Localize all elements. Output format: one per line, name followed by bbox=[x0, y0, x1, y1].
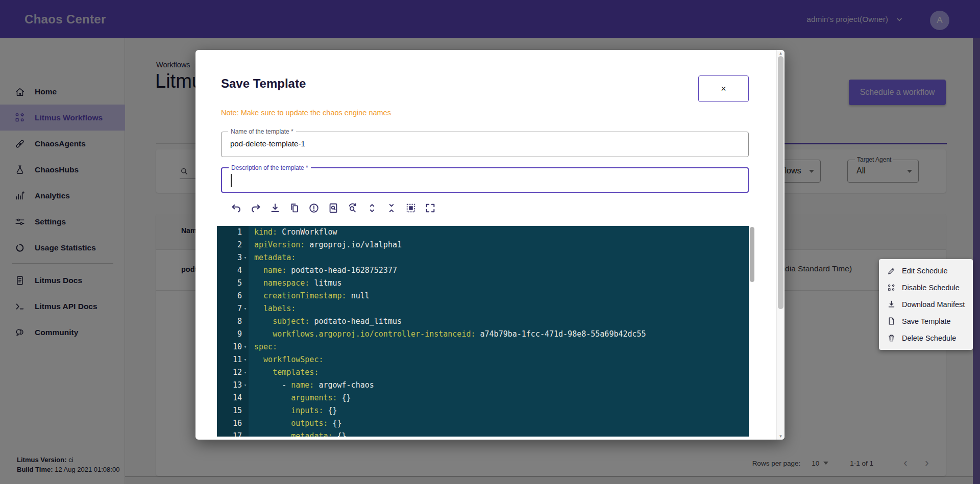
unfold-button[interactable] bbox=[364, 201, 379, 215]
editor-line: 15 inputs: {} bbox=[217, 404, 749, 417]
find-replace-icon bbox=[347, 202, 358, 214]
redo-icon bbox=[250, 202, 261, 214]
editor-line: 1kind: CronWorkflow bbox=[217, 226, 749, 239]
menu-item-delete-schedule[interactable]: Delete Schedule bbox=[879, 330, 973, 346]
editor-line: 14 arguments: {} bbox=[217, 392, 749, 404]
menu-item-edit-schedule[interactable]: Edit Schedule bbox=[879, 263, 973, 279]
yaml-editor[interactable]: 1kind: CronWorkflow2apiVersion: argoproj… bbox=[217, 226, 749, 437]
menu-item-label: Delete Schedule bbox=[902, 334, 956, 342]
find-in-file-icon bbox=[328, 202, 339, 214]
download-yaml-button[interactable] bbox=[267, 201, 282, 215]
menu-item-label: Download Manifest bbox=[902, 300, 965, 309]
close-icon: × bbox=[721, 84, 726, 94]
undo-button[interactable] bbox=[229, 201, 243, 215]
fullscreen-icon bbox=[425, 202, 436, 214]
trash-icon bbox=[887, 334, 896, 342]
menu-item-disable-schedule[interactable]: Disable Schedule bbox=[879, 279, 973, 296]
copy-button[interactable] bbox=[287, 201, 302, 215]
file-icon bbox=[887, 317, 896, 325]
editor-line: 12▾ templates: bbox=[217, 366, 749, 379]
editor-toolbar bbox=[229, 201, 437, 215]
menu-item-label: Disable Schedule bbox=[902, 284, 960, 292]
modal-scrollbar[interactable]: ▲ ▼ bbox=[776, 50, 785, 440]
close-modal-button[interactable]: × bbox=[698, 75, 749, 102]
editor-line: 17 metadata: {} bbox=[217, 430, 749, 437]
text-cursor bbox=[231, 174, 232, 187]
error-info-button[interactable] bbox=[306, 201, 321, 215]
template-description-label: Description of the template * bbox=[229, 164, 311, 171]
menu-item-label: Save Template bbox=[902, 317, 951, 325]
redo-button[interactable] bbox=[248, 201, 263, 215]
editor-line: 6 creationTimestamp: null bbox=[217, 290, 749, 302]
editor-line: 8 subject: podtato-head_litmus bbox=[217, 315, 749, 328]
yaml-editor-lines: 1kind: CronWorkflow2apiVersion: argoproj… bbox=[217, 226, 749, 437]
editor-line: 2apiVersion: argoproj.io/v1alpha1 bbox=[217, 239, 749, 251]
find-in-file-button[interactable] bbox=[326, 201, 340, 215]
schedule-context-menu: Edit Schedule Disable Schedule Download … bbox=[879, 259, 973, 350]
template-name-field[interactable]: Name of the template * pod-delete-templa… bbox=[221, 132, 749, 157]
download-icon bbox=[887, 300, 896, 309]
template-description-field[interactable]: Description of the template * bbox=[221, 167, 749, 193]
menu-item-download-manifest[interactable]: Download Manifest bbox=[879, 296, 973, 313]
fold-icon bbox=[386, 202, 397, 214]
unfold-icon bbox=[366, 202, 378, 214]
editor-line: 3▾metadata: bbox=[217, 251, 749, 264]
copy-icon bbox=[289, 202, 300, 214]
modal-title: Save Template bbox=[221, 77, 306, 91]
fold-button[interactable] bbox=[384, 201, 399, 215]
select-all-button[interactable] bbox=[403, 201, 418, 215]
select-all-icon bbox=[405, 202, 416, 214]
editor-line: 16 outputs: {} bbox=[217, 417, 749, 430]
template-name-label: Name of the template * bbox=[228, 128, 296, 135]
editor-line: 10▾spec: bbox=[217, 341, 749, 353]
download-icon bbox=[270, 202, 281, 214]
scroll-up-icon[interactable]: ▲ bbox=[777, 51, 785, 56]
editor-line: 13▾ - name: argowf-chaos bbox=[217, 379, 749, 392]
editor-line: 9 workflows.argoproj.io/controller-insta… bbox=[217, 328, 749, 341]
scroll-down-icon[interactable]: ▼ bbox=[777, 434, 785, 439]
menu-item-save-template[interactable]: Save Template bbox=[879, 313, 973, 329]
error-icon bbox=[308, 202, 320, 214]
editor-scrollbar[interactable] bbox=[750, 227, 754, 282]
editor-line: 4 name: podtato-head-1628752377 bbox=[217, 264, 749, 277]
undo-icon bbox=[231, 202, 242, 214]
find-replace-button[interactable] bbox=[345, 201, 360, 215]
editor-line: 7▾ labels: bbox=[217, 302, 749, 315]
editor-line: 5 namespace: litmus bbox=[217, 277, 749, 290]
menu-item-label: Edit Schedule bbox=[902, 267, 947, 275]
template-name-value: pod-delete-template-1 bbox=[230, 139, 305, 148]
editor-line: 11▾ workflowSpec: bbox=[217, 353, 749, 366]
screen: Chaos Center admin's project(Owner) A Ho… bbox=[0, 0, 980, 484]
edit-icon bbox=[887, 267, 896, 275]
save-template-modal: Save Template × Note: Make sure to updat… bbox=[195, 50, 785, 440]
modal-scrollbar-thumb[interactable] bbox=[778, 56, 783, 309]
fullscreen-button[interactable] bbox=[423, 201, 437, 215]
modal-note: Note: Make sure to update the chaos engi… bbox=[221, 109, 391, 117]
schedule-icon bbox=[887, 284, 896, 292]
